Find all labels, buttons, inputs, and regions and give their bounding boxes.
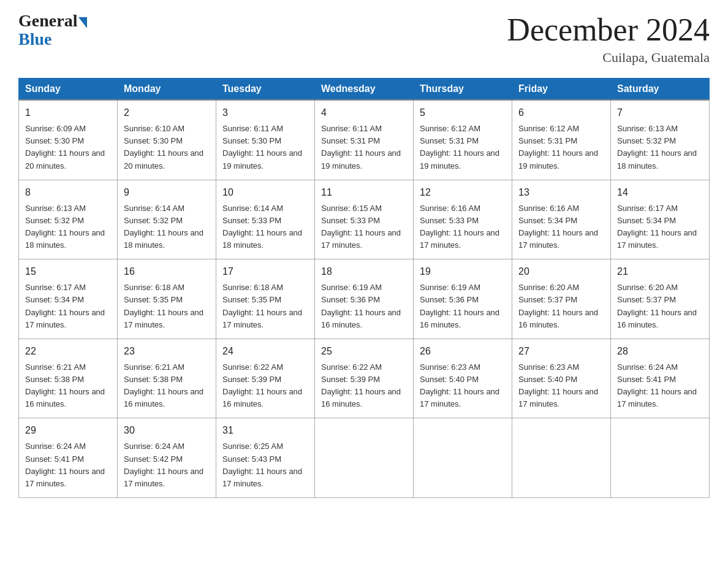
day-info: Sunrise: 6:16 AMSunset: 5:33 PMDaylight:… <box>420 204 499 250</box>
calendar-cell: 31Sunrise: 6:25 AMSunset: 5:43 PMDayligh… <box>216 418 315 498</box>
day-info: Sunrise: 6:12 AMSunset: 5:31 PMDaylight:… <box>518 124 598 170</box>
calendar-cell: 2Sunrise: 6:10 AMSunset: 5:30 PMDaylight… <box>118 100 216 180</box>
calendar-cell: 13Sunrise: 6:16 AMSunset: 5:34 PMDayligh… <box>512 180 611 259</box>
day-number: 2 <box>124 105 210 120</box>
calendar-cell: 10Sunrise: 6:14 AMSunset: 5:33 PMDayligh… <box>216 180 315 259</box>
calendar-week-row: 29Sunrise: 6:24 AMSunset: 5:41 PMDayligh… <box>19 418 710 498</box>
day-number: 29 <box>25 423 111 438</box>
day-number: 22 <box>25 344 111 359</box>
calendar-cell: 30Sunrise: 6:24 AMSunset: 5:42 PMDayligh… <box>118 418 216 498</box>
calendar-cell <box>512 418 611 498</box>
day-number: 4 <box>321 105 407 120</box>
logo-arrow-icon <box>78 17 87 28</box>
day-number: 31 <box>222 423 308 438</box>
day-info: Sunrise: 6:11 AMSunset: 5:30 PMDaylight:… <box>222 124 302 170</box>
day-number: 25 <box>321 344 407 359</box>
day-info: Sunrise: 6:24 AMSunset: 5:42 PMDaylight:… <box>124 442 203 488</box>
calendar-cell: 14Sunrise: 6:17 AMSunset: 5:34 PMDayligh… <box>611 180 710 259</box>
day-info: Sunrise: 6:24 AMSunset: 5:41 PMDaylight:… <box>25 442 105 488</box>
day-number: 5 <box>420 105 506 120</box>
day-number: 11 <box>321 185 407 200</box>
calendar-table: SundayMondayTuesdayWednesdayThursdayFrid… <box>18 78 710 498</box>
day-number: 16 <box>124 264 210 279</box>
calendar-cell: 21Sunrise: 6:20 AMSunset: 5:37 PMDayligh… <box>611 259 710 339</box>
day-info: Sunrise: 6:23 AMSunset: 5:40 PMDaylight:… <box>420 362 499 408</box>
day-number: 8 <box>25 185 111 200</box>
calendar-cell: 12Sunrise: 6:16 AMSunset: 5:33 PMDayligh… <box>414 180 512 259</box>
calendar-cell: 20Sunrise: 6:20 AMSunset: 5:37 PMDayligh… <box>512 259 611 339</box>
page-header: General Blue December 2024 Cuilapa, Guat… <box>18 12 710 66</box>
day-info: Sunrise: 6:21 AMSunset: 5:38 PMDaylight:… <box>124 362 203 408</box>
day-number: 6 <box>518 105 604 120</box>
calendar-week-row: 22Sunrise: 6:21 AMSunset: 5:38 PMDayligh… <box>19 339 710 418</box>
day-info: Sunrise: 6:12 AMSunset: 5:31 PMDaylight:… <box>420 124 499 170</box>
day-info: Sunrise: 6:17 AMSunset: 5:34 PMDaylight:… <box>617 204 697 250</box>
month-title: December 2024 <box>507 12 710 47</box>
day-info: Sunrise: 6:10 AMSunset: 5:30 PMDaylight:… <box>124 124 203 170</box>
calendar-cell: 17Sunrise: 6:18 AMSunset: 5:35 PMDayligh… <box>216 259 315 339</box>
calendar-cell <box>315 418 414 498</box>
day-info: Sunrise: 6:14 AMSunset: 5:32 PMDaylight:… <box>124 204 203 250</box>
day-number: 26 <box>420 344 506 359</box>
day-info: Sunrise: 6:20 AMSunset: 5:37 PMDaylight:… <box>617 283 697 329</box>
calendar-cell: 29Sunrise: 6:24 AMSunset: 5:41 PMDayligh… <box>19 418 118 498</box>
calendar-cell: 11Sunrise: 6:15 AMSunset: 5:33 PMDayligh… <box>315 180 414 259</box>
calendar-cell: 15Sunrise: 6:17 AMSunset: 5:34 PMDayligh… <box>19 259 118 339</box>
calendar-week-row: 1Sunrise: 6:09 AMSunset: 5:30 PMDaylight… <box>19 100 710 180</box>
day-info: Sunrise: 6:22 AMSunset: 5:39 PMDaylight:… <box>321 362 401 408</box>
day-info: Sunrise: 6:18 AMSunset: 5:35 PMDaylight:… <box>124 283 203 329</box>
calendar-cell: 1Sunrise: 6:09 AMSunset: 5:30 PMDaylight… <box>19 100 118 180</box>
day-info: Sunrise: 6:23 AMSunset: 5:40 PMDaylight:… <box>518 362 598 408</box>
calendar-cell: 4Sunrise: 6:11 AMSunset: 5:31 PMDaylight… <box>315 100 414 180</box>
logo-general-text: General <box>18 12 77 29</box>
col-header-saturday: Saturday <box>611 79 710 101</box>
logo: General Blue <box>18 12 87 49</box>
calendar-cell: 6Sunrise: 6:12 AMSunset: 5:31 PMDaylight… <box>512 100 611 180</box>
day-number: 18 <box>321 264 407 279</box>
day-info: Sunrise: 6:18 AMSunset: 5:35 PMDaylight:… <box>222 283 302 329</box>
day-info: Sunrise: 6:13 AMSunset: 5:32 PMDaylight:… <box>25 204 105 250</box>
calendar-cell: 26Sunrise: 6:23 AMSunset: 5:40 PMDayligh… <box>414 339 512 418</box>
day-number: 19 <box>420 264 506 279</box>
day-info: Sunrise: 6:17 AMSunset: 5:34 PMDaylight:… <box>25 283 105 329</box>
col-header-thursday: Thursday <box>414 79 512 101</box>
day-number: 1 <box>25 105 111 120</box>
day-info: Sunrise: 6:21 AMSunset: 5:38 PMDaylight:… <box>25 362 105 408</box>
calendar-header-row: SundayMondayTuesdayWednesdayThursdayFrid… <box>19 79 710 101</box>
logo-blue-text: Blue <box>18 29 51 49</box>
calendar-cell: 28Sunrise: 6:24 AMSunset: 5:41 PMDayligh… <box>611 339 710 418</box>
day-info: Sunrise: 6:09 AMSunset: 5:30 PMDaylight:… <box>25 124 105 170</box>
day-number: 14 <box>617 185 703 200</box>
calendar-cell: 18Sunrise: 6:19 AMSunset: 5:36 PMDayligh… <box>315 259 414 339</box>
day-number: 17 <box>222 264 308 279</box>
calendar-cell: 24Sunrise: 6:22 AMSunset: 5:39 PMDayligh… <box>216 339 315 418</box>
day-number: 15 <box>25 264 111 279</box>
col-header-wednesday: Wednesday <box>315 79 414 101</box>
day-number: 28 <box>617 344 703 359</box>
calendar-cell <box>611 418 710 498</box>
calendar-cell: 3Sunrise: 6:11 AMSunset: 5:30 PMDaylight… <box>216 100 315 180</box>
day-number: 3 <box>222 105 308 120</box>
day-number: 23 <box>124 344 210 359</box>
day-info: Sunrise: 6:19 AMSunset: 5:36 PMDaylight:… <box>420 283 499 329</box>
day-number: 7 <box>617 105 703 120</box>
day-number: 20 <box>518 264 604 279</box>
day-info: Sunrise: 6:13 AMSunset: 5:32 PMDaylight:… <box>617 124 697 170</box>
day-info: Sunrise: 6:22 AMSunset: 5:39 PMDaylight:… <box>222 362 302 408</box>
calendar-week-row: 8Sunrise: 6:13 AMSunset: 5:32 PMDaylight… <box>19 180 710 259</box>
calendar-cell: 27Sunrise: 6:23 AMSunset: 5:40 PMDayligh… <box>512 339 611 418</box>
day-info: Sunrise: 6:16 AMSunset: 5:34 PMDaylight:… <box>518 204 598 250</box>
calendar-cell: 5Sunrise: 6:12 AMSunset: 5:31 PMDaylight… <box>414 100 512 180</box>
calendar-cell: 22Sunrise: 6:21 AMSunset: 5:38 PMDayligh… <box>19 339 118 418</box>
calendar-cell: 23Sunrise: 6:21 AMSunset: 5:38 PMDayligh… <box>118 339 216 418</box>
day-info: Sunrise: 6:15 AMSunset: 5:33 PMDaylight:… <box>321 204 401 250</box>
calendar-cell: 7Sunrise: 6:13 AMSunset: 5:32 PMDaylight… <box>611 100 710 180</box>
day-number: 27 <box>518 344 604 359</box>
calendar-cell: 16Sunrise: 6:18 AMSunset: 5:35 PMDayligh… <box>118 259 216 339</box>
day-number: 21 <box>617 264 703 279</box>
day-number: 10 <box>222 185 308 200</box>
location: Cuilapa, Guatemala <box>507 50 710 66</box>
day-info: Sunrise: 6:25 AMSunset: 5:43 PMDaylight:… <box>222 442 302 488</box>
calendar-cell: 8Sunrise: 6:13 AMSunset: 5:32 PMDaylight… <box>19 180 118 259</box>
calendar-cell <box>414 418 512 498</box>
